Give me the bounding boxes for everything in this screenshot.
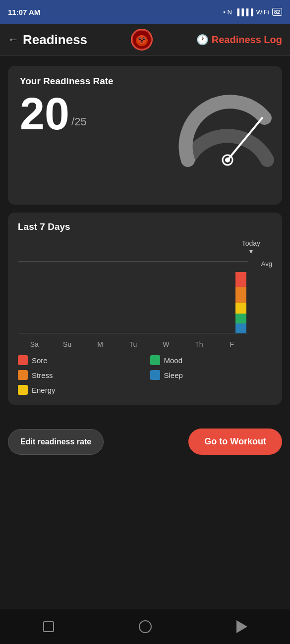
mood-segment [235, 314, 246, 323]
day-labels: Sa Su M Tu W Th F [18, 340, 248, 348]
stress-color [18, 370, 28, 380]
edit-readiness-button[interactable]: Edit readiness rate [8, 429, 104, 455]
signal-icon: ▐▐▐▐ [235, 8, 253, 16]
svg-point-2 [137, 35, 146, 44]
gauge-container [178, 81, 277, 180]
day-w: W [156, 340, 176, 348]
wifi-icon: WiFi [256, 8, 269, 16]
legend-sore: Sore [18, 355, 140, 365]
circle-icon [139, 620, 152, 633]
main-content: Your Readiness Rate 20 /25 [0, 56, 290, 415]
energy-segment [235, 303, 246, 314]
readiness-rate-card: Your Readiness Rate 20 /25 [8, 66, 282, 205]
status-bar: 11:07 AM ▪ N ▐▐▐▐ WiFi 82 [0, 0, 290, 24]
sleep-label: Sleep [164, 371, 183, 379]
mood-label: Mood [164, 356, 183, 365]
legend-stress: Stress [18, 370, 140, 380]
page-title: Readiness [23, 32, 87, 48]
day-sa: Sa [24, 340, 44, 348]
svg-point-12 [225, 158, 230, 162]
stress-label: Stress [32, 371, 53, 379]
status-time: 11:07 AM [8, 8, 40, 16]
sore-color [18, 355, 28, 365]
day-tu: Tu [123, 340, 143, 348]
gauge-svg [178, 81, 277, 180]
day-su: Su [58, 340, 77, 348]
chart-bars [18, 261, 248, 333]
readiness-log-button[interactable]: 🕐 Readiness Log [196, 34, 282, 46]
battery-indicator: 82 [272, 8, 282, 16]
energy-label: Energy [32, 386, 56, 394]
recent-apps-button[interactable] [40, 618, 58, 636]
bottom-buttons: Edit readiness rate Go to Workout [0, 415, 290, 465]
status-icons: ▪ N ▐▐▐▐ WiFi 82 [223, 8, 282, 16]
sore-label: Sore [32, 356, 48, 365]
back-button[interactable]: ← [8, 33, 19, 46]
day-th: Th [189, 340, 209, 348]
last7-days-card: Last 7 Days Today ▼ Avg [8, 213, 282, 405]
svg-point-5 [139, 38, 140, 39]
nav-left: ← Readiness [8, 32, 87, 48]
last7-title: Last 7 Days [18, 221, 272, 232]
friday-bar [233, 272, 248, 333]
legend-mood: Mood [150, 355, 273, 365]
back-nav-button[interactable] [233, 618, 251, 636]
square-icon [43, 621, 54, 632]
home-button[interactable] [136, 618, 154, 636]
system-nav-bar [0, 609, 290, 644]
top-nav: ← Readiness 🕐 Readiness Log [0, 24, 290, 56]
today-arrow: ▼ [248, 248, 254, 255]
sleep-color [150, 370, 160, 380]
app-logo [131, 29, 153, 51]
day-f: F [222, 340, 242, 348]
triangle-icon [236, 620, 247, 633]
history-icon: 🕐 [196, 34, 209, 46]
day-m: M [90, 340, 110, 348]
svg-point-6 [143, 38, 144, 39]
today-label: Today ▼ [242, 239, 260, 255]
score-value: 20 [20, 92, 69, 136]
score-denominator: /25 [71, 115, 87, 128]
go-to-workout-button[interactable]: Go to Workout [188, 429, 282, 455]
legend-sleep: Sleep [150, 370, 273, 380]
chart-legend: Sore Mood Stress Sleep Energy [18, 355, 272, 395]
avg-label: Avg [261, 260, 272, 268]
mood-color [150, 355, 160, 365]
svg-point-7 [141, 40, 143, 42]
readiness-log-label: Readiness Log [212, 34, 282, 46]
stress-segment [235, 287, 246, 303]
nfc-icon: ▪ N [223, 8, 232, 16]
energy-color [18, 385, 28, 395]
sleep-segment [235, 323, 246, 333]
legend-energy: Energy [18, 385, 140, 395]
sore-segment [235, 272, 246, 287]
chart-area: Today ▼ Avg [18, 239, 272, 348]
